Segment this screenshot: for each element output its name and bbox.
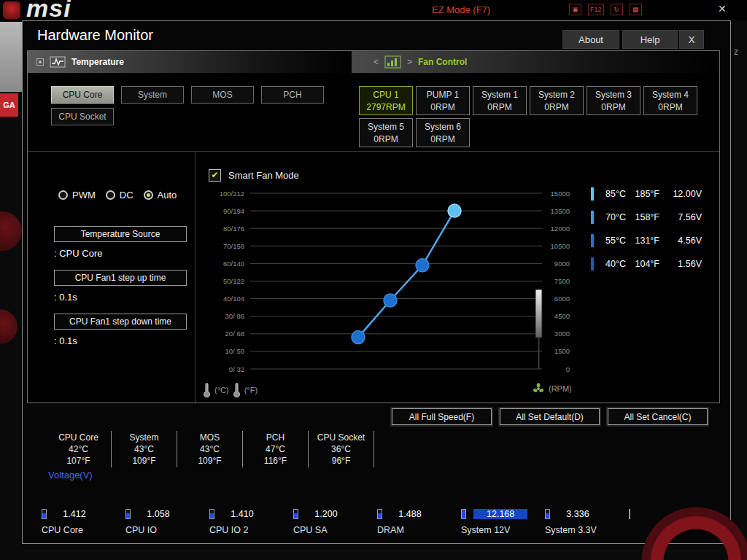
voltage-value: 1.410 — [222, 509, 263, 519]
fan-button-system-2[interactable]: System 20RPM — [530, 86, 584, 115]
all-set-cancel-button[interactable]: All Set Cancel(C) — [608, 408, 708, 425]
topbar-icon-2[interactable]: ↻ — [611, 4, 623, 15]
fan-rpm: 0RPM — [360, 133, 412, 146]
svg-text:9000: 9000 — [554, 260, 570, 268]
voltage-gauge: 12.168 — [461, 508, 545, 520]
msi-dragon-icon — [3, 1, 20, 19]
voltage-name: CPU IO 2 — [209, 525, 293, 535]
fan-button-system-3[interactable]: System 30RPM — [587, 86, 640, 115]
mode-label: DC — [120, 190, 133, 201]
fan-button-cpu-1[interactable]: CPU 12797RPM — [359, 86, 413, 115]
left-sidebar-strip — [0, 22, 22, 92]
fan-curve-point-0[interactable] — [352, 331, 365, 344]
ez-mode-label[interactable]: EZ Mode (F7) — [432, 4, 490, 15]
fan-button-pump-1[interactable]: PUMP 10RPM — [416, 86, 470, 115]
legend-voltage: 7.56V — [659, 212, 702, 222]
voltage-readout-cpu-io: 1.058CPU IO — [125, 508, 209, 535]
svg-text:70/158: 70/158 — [223, 242, 244, 250]
svg-text:20/ 68: 20/ 68 — [225, 330, 244, 338]
fan-buttons: CPU 12797RPMPUMP 10RPMSystem 10RPMSystem… — [359, 86, 702, 147]
fan-button-system-4[interactable]: System 40RPM — [643, 86, 697, 115]
fan-curve-line — [358, 211, 454, 338]
legend-voltage: 4.56V — [659, 236, 702, 246]
action-buttons: All Full Speed(F)All Set Default(D)All S… — [392, 408, 708, 425]
fan-button-system-1[interactable]: System 10RPM — [473, 86, 527, 115]
x-axis-units: (°C) (°F) — [203, 383, 258, 397]
topbar-icon-0[interactable]: ▣ — [569, 4, 581, 15]
fan-voltage-legend: 85°C185°F12.00V70°C158°F7.56V55°C131°F4.… — [591, 187, 702, 280]
smart-fan-checkbox[interactable]: ✔ — [209, 169, 221, 182]
smart-fan-row: ✔ Smart Fan Mode — [209, 169, 299, 182]
temp-tab-mos[interactable]: MOS — [191, 86, 254, 104]
next-section-arrow[interactable]: > — [407, 57, 412, 67]
all-set-default-button[interactable]: All Set Default(D) — [500, 408, 600, 425]
prev-section-arrow[interactable]: < — [374, 57, 379, 67]
temp-tab-cpu-socket[interactable]: CPU Socket — [51, 108, 114, 125]
svg-text:90/194: 90/194 — [223, 207, 244, 215]
temp-readout-mos: MOS43°C109°F — [177, 431, 243, 467]
temperature-tabs: CPU CoreSystemMOSPCHCPU Socket — [51, 86, 340, 125]
legend-celsius: 85°C — [601, 189, 626, 199]
svg-text:100/212: 100/212 — [220, 190, 244, 198]
voltage-readout-system-12v: 12.168System 12V — [461, 508, 545, 535]
temp-tab-system[interactable]: System — [121, 86, 184, 104]
fan-mode-pwm[interactable]: PWM — [58, 190, 96, 201]
fan-rpm: 0RPM — [587, 101, 640, 114]
all-full-speed-button[interactable]: All Full Speed(F) — [392, 408, 492, 425]
svg-text:15000: 15000 — [551, 190, 570, 198]
setting-button-cpu-fan1-step-up-time[interactable]: CPU Fan1 step up time — [54, 270, 187, 286]
legend-color-bar — [591, 234, 594, 247]
svg-text:60/140: 60/140 — [223, 260, 244, 268]
svg-text:10500: 10500 — [551, 242, 570, 250]
fan-curve-point-3[interactable] — [448, 204, 461, 217]
fan-control-icon — [384, 55, 401, 69]
topbar-icon-3[interactable]: ▦ — [630, 4, 642, 15]
voltage-name: CPU SA — [293, 525, 377, 535]
temp-readout-cpu-core: CPU Core42°C107°F — [46, 431, 112, 467]
svg-text:7500: 7500 — [554, 277, 570, 285]
svg-text:6000: 6000 — [554, 295, 570, 303]
readout-name: CPU Socket — [309, 432, 374, 443]
frequency-text: z — [734, 47, 738, 57]
temp-tab-cpu-core[interactable]: CPU Core — [51, 86, 114, 104]
voltage-bar-icon — [545, 509, 550, 519]
fan-speed-slider[interactable] — [535, 289, 542, 338]
setting-button-temperature-source[interactable]: Temperature Source — [54, 226, 187, 242]
voltage-gauge: 3.336 — [545, 508, 629, 520]
fan-button-system-6[interactable]: System 60RPM — [416, 118, 470, 147]
fan-mode-auto[interactable]: Auto — [144, 190, 177, 201]
voltage-bar-icon — [42, 509, 47, 519]
topbar-icons: ▣F12↻▦ — [569, 4, 642, 15]
fan-rpm: 2797RPM — [360, 101, 412, 114]
topbar-icon-1[interactable]: F12 — [588, 4, 604, 15]
legend-fahrenheit: 185°F — [626, 189, 659, 199]
fan-name: System 4 — [644, 89, 697, 101]
temperature-section-title: Temperature — [71, 57, 124, 67]
legend-fahrenheit: 131°F — [626, 236, 659, 246]
help-button[interactable]: Help — [622, 30, 678, 49]
voltage-value: 3.336 — [557, 509, 598, 519]
voltage-bar-icon — [461, 509, 466, 519]
svg-text:4500: 4500 — [554, 312, 570, 320]
fan-name: System 6 — [417, 121, 469, 133]
temperature-readouts: CPU Core42°C107°FSystem43°C109°FMOS43°C1… — [46, 431, 374, 467]
setting-button-cpu-fan1-step-down-time[interactable]: CPU Fan1 step down time — [54, 314, 187, 330]
svg-text:1500: 1500 — [554, 347, 570, 355]
fan-curve-point-1[interactable] — [384, 294, 397, 307]
fan-rpm: 0RPM — [473, 101, 526, 114]
legend-celsius: 55°C — [601, 236, 626, 246]
voltage-legend-row: 40°C104°F1.56V — [591, 257, 702, 271]
fan-name: CPU 1 — [360, 89, 412, 101]
close-button[interactable]: X — [679, 30, 704, 49]
about-button[interactable]: About — [562, 30, 619, 49]
vertical-divider — [195, 151, 196, 402]
bios-close-icon[interactable]: ✕ — [718, 3, 727, 15]
fan-curve-point-2[interactable] — [416, 259, 429, 272]
temp-tab-pch[interactable]: PCH — [261, 86, 324, 104]
legend-color-bar — [591, 257, 594, 271]
fan-button-system-5[interactable]: System 50RPM — [359, 118, 413, 147]
voltage-gauge: 1.488 — [377, 508, 461, 520]
voltage-readout-cpu-io-2: 1.410CPU IO 2 — [209, 508, 293, 535]
fan-mode-dc[interactable]: DC — [106, 190, 133, 201]
mode-label: PWM — [72, 190, 96, 201]
